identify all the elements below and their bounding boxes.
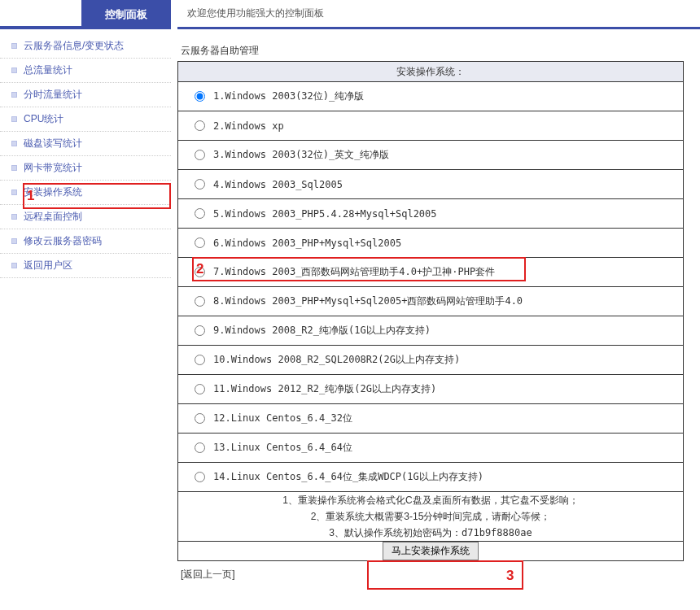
- os-option-10[interactable]: 10.Windows 2008_R2_SQL2008R2(2G以上内存支持): [178, 346, 683, 374]
- os-option-13[interactable]: 13.Linux Centos_6.4_64位: [178, 434, 683, 462]
- os-radio[interactable]: [195, 150, 205, 160]
- install-now-button[interactable]: 马上安装操作系统: [383, 542, 479, 560]
- os-radio[interactable]: [195, 179, 205, 190]
- sidebar-item-bandwidth[interactable]: 网卡带宽统计: [0, 156, 171, 181]
- install-notes: 1、重装操作系统将会格式化C盘及桌面所有数据，其它盘不受影响； 2、重装系统大概…: [178, 492, 684, 542]
- sidebar-menu: 云服务器信息/变更状态 总流量统计 分时流量统计 CPU统计 磁盘读写统计 网卡…: [0, 34, 171, 278]
- sidebar-item-return-user[interactable]: 返回用户区: [0, 254, 171, 278]
- sidebar-item-label: CPU统计: [24, 112, 63, 126]
- sidebar-item-disk[interactable]: 磁盘读写统计: [0, 132, 171, 156]
- sidebar-item-label: 远程桌面控制: [24, 210, 82, 224]
- bullet-icon: [11, 214, 17, 220]
- os-radio[interactable]: [195, 91, 205, 102]
- back-link[interactable]: [返回上一页]: [181, 568, 700, 582]
- sidebar-item-label: 返回用户区: [24, 259, 72, 272]
- sidebar-item-label: 安装操作系统: [24, 185, 82, 199]
- os-option-label: 14.Linux Centos_6.4_64位_集成WDCP(1G以上内存支持): [213, 470, 483, 484]
- os-option-label: 4.Windows 2003_Sql2005: [213, 179, 343, 190]
- bullet-icon: [11, 190, 17, 195]
- sidebar-item-server-info[interactable]: 云服务器信息/变更状态: [0, 34, 171, 59]
- os-option-4[interactable]: 4.Windows 2003_Sql2005: [178, 170, 683, 198]
- os-radio[interactable]: [195, 267, 205, 277]
- sidebar-item-install-os[interactable]: 安装操作系统: [0, 181, 171, 205]
- sidebar-item-change-password[interactable]: 修改云服务器密码: [0, 229, 171, 254]
- sidebar-item-remote-desktop[interactable]: 远程桌面控制: [0, 205, 171, 229]
- os-option-14[interactable]: 14.Linux Centos_6.4_64位_集成WDCP(1G以上内存支持): [178, 463, 683, 491]
- os-radio[interactable]: [195, 208, 205, 219]
- os-option-1[interactable]: 1.Windows 2003(32位)_纯净版: [178, 82, 683, 111]
- note-line: 1、重装操作系统将会格式化C盘及桌面所有数据，其它盘不受影响；: [178, 492, 683, 508]
- os-radio[interactable]: [195, 384, 205, 394]
- os-option-label: 3.Windows 2003(32位)_英文_纯净版: [213, 148, 390, 162]
- sidebar-item-label: 分时流量统计: [24, 88, 82, 102]
- os-option-label: 5.Windows 2003_PHP5.4.28+Mysql+Sql2005: [213, 208, 437, 220]
- os-table-header: 安装操作系统：: [178, 62, 684, 82]
- os-option-label: 2.Windows xp: [213, 120, 284, 132]
- sidebar-item-cpu[interactable]: CPU统计: [0, 107, 171, 132]
- os-option-label: 1.Windows 2003(32位)_纯净版: [213, 89, 364, 103]
- os-option-7[interactable]: 7.Windows 2003_西部数码网站管理助手4.0+护卫神·PHP套件: [178, 258, 683, 286]
- os-radio[interactable]: [195, 472, 205, 482]
- os-option-12[interactable]: 12.Linux Centos_6.4_32位: [178, 404, 683, 433]
- bullet-icon: [11, 141, 17, 146]
- page-title: 欢迎您使用功能强大的控制面板: [187, 7, 324, 20]
- os-radio[interactable]: [195, 325, 205, 336]
- bullet-icon: [11, 263, 17, 268]
- os-option-6[interactable]: 6.Windows 2003_PHP+Mysql+Sql2005: [178, 229, 683, 257]
- os-option-label: 8.Windows 2003_PHP+Mysql+Sql2005+西部数码网站管…: [213, 294, 523, 308]
- os-install-table: 安装操作系统： 1.Windows 2003(32位)_纯净版 2.Window…: [177, 61, 684, 561]
- os-option-label: 10.Windows 2008_R2_SQL2008R2(2G以上内存支持): [213, 353, 460, 367]
- sidebar-item-label: 总流量统计: [24, 63, 72, 77]
- os-radio[interactable]: [195, 296, 205, 307]
- os-radio[interactable]: [195, 120, 205, 131]
- sidebar-item-label: 网卡带宽统计: [24, 161, 82, 175]
- os-option-5[interactable]: 5.Windows 2003_PHP5.4.28+Mysql+Sql2005: [178, 199, 683, 228]
- os-option-3[interactable]: 3.Windows 2003(32位)_英文_纯净版: [178, 141, 683, 169]
- os-radio[interactable]: [195, 413, 205, 424]
- sidebar-item-total-traffic[interactable]: 总流量统计: [0, 59, 171, 83]
- bullet-icon: [11, 238, 17, 244]
- os-option-label: 12.Linux Centos_6.4_32位: [213, 412, 352, 425]
- bullet-icon: [11, 43, 17, 49]
- bullet-icon: [11, 116, 17, 122]
- sidebar-title: 控制面板: [81, 0, 171, 29]
- os-radio[interactable]: [195, 237, 205, 248]
- bullet-icon: [11, 68, 17, 73]
- section-title: 云服务器自助管理: [181, 44, 700, 58]
- sidebar-item-hourly-traffic[interactable]: 分时流量统计: [0, 83, 171, 107]
- os-radio[interactable]: [195, 442, 205, 453]
- os-option-8[interactable]: 8.Windows 2003_PHP+Mysql+Sql2005+西部数码网站管…: [178, 287, 683, 316]
- sidebar-item-label: 修改云服务器密码: [24, 234, 102, 248]
- bullet-icon: [11, 165, 17, 171]
- os-option-label: 9.Windows 2008_R2_纯净版(1G以上内存支持): [213, 324, 431, 338]
- default-password: d71b9f8880ae: [462, 527, 532, 538]
- os-option-2[interactable]: 2.Windows xp: [178, 111, 683, 140]
- os-option-label: 6.Windows 2003_PHP+Mysql+Sql2005: [213, 237, 401, 249]
- note-line: 2、重装系统大概需要3-15分钟时间完成，请耐心等候；: [178, 508, 683, 525]
- os-option-label: 13.Linux Centos_6.4_64位: [213, 441, 352, 455]
- os-option-label: 7.Windows 2003_西部数码网站管理助手4.0+护卫神·PHP套件: [213, 265, 495, 279]
- os-option-label: 11.Windows 2012_R2_纯净版(2G以上内存支持): [213, 382, 436, 396]
- bullet-icon: [11, 92, 17, 98]
- sidebar-item-label: 磁盘读写统计: [24, 137, 82, 150]
- sidebar-item-label: 云服务器信息/变更状态: [24, 39, 124, 53]
- os-option-9[interactable]: 9.Windows 2008_R2_纯净版(1G以上内存支持): [178, 316, 683, 345]
- os-option-11[interactable]: 11.Windows 2012_R2_纯净版(2G以上内存支持): [178, 375, 683, 403]
- os-radio[interactable]: [195, 355, 205, 365]
- note-line: 3、默认操作系统初始密码为：d71b9f8880ae: [178, 525, 683, 541]
